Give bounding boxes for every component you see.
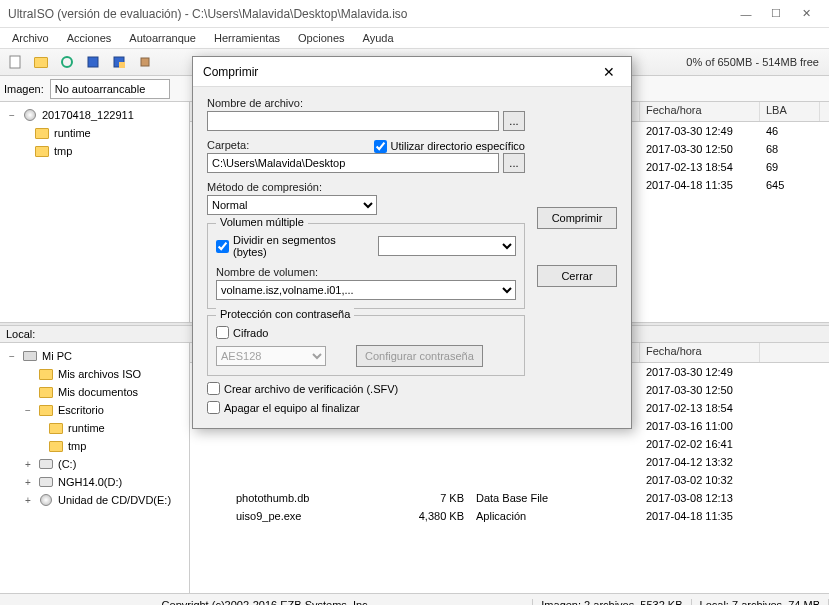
menu-herramientas[interactable]: Herramientas: [206, 30, 288, 46]
folder-icon: [48, 439, 64, 453]
method-select[interactable]: Normal: [207, 195, 377, 215]
col-date[interactable]: Fecha/hora: [640, 343, 760, 362]
tree-item: runtime: [4, 124, 185, 142]
saveas-icon[interactable]: [108, 51, 130, 73]
expand-icon[interactable]: +: [22, 495, 34, 506]
use-specific-checkbox[interactable]: [374, 140, 387, 153]
dialog-title: Comprimir: [203, 65, 597, 79]
svg-rect-0: [10, 56, 20, 68]
computer-icon: [22, 349, 38, 363]
menu-acciones[interactable]: Acciones: [59, 30, 120, 46]
menu-archivo[interactable]: Archivo: [4, 30, 57, 46]
volume-group: Volumen múltiple Dividir en segmentos (b…: [207, 223, 525, 309]
segment-size-select[interactable]: [378, 236, 516, 256]
tree-item: +(C:): [4, 455, 185, 473]
expand-icon[interactable]: +: [22, 459, 34, 470]
create-sfv-checkbox[interactable]: [207, 382, 220, 395]
tree-item: tmp: [4, 437, 185, 455]
copyright: Copyright (c)2002-2016 EZB Systems, Inc.: [0, 599, 533, 606]
collapse-icon[interactable]: −: [6, 110, 18, 121]
svg-rect-2: [88, 57, 98, 67]
svg-rect-4: [119, 62, 125, 68]
list-row[interactable]: photothumb.db7 KBData Base File2017-03-0…: [190, 489, 829, 507]
folder-input[interactable]: [207, 153, 499, 173]
folder-icon: [34, 144, 50, 158]
compress-button[interactable]: Comprimir: [537, 207, 617, 229]
folder-icon: [38, 385, 54, 399]
statusbar: Copyright (c)2002-2016 EZB Systems, Inc.…: [0, 593, 829, 605]
dialog-titlebar[interactable]: Comprimir ✕: [193, 57, 631, 87]
tree-item: tmp: [4, 142, 185, 160]
tree-item: Mis documentos: [4, 383, 185, 401]
boot-combo[interactable]: No autoarrancable: [50, 79, 170, 99]
svg-point-1: [62, 57, 72, 67]
capacity-status: 0% of 650MB - 514MB free: [686, 56, 825, 68]
close-icon[interactable]: ✕: [597, 64, 621, 80]
method-label: Método de compresión:: [207, 181, 525, 193]
tree-root: −Mi PC: [4, 347, 185, 365]
local-tree[interactable]: −Mi PC Mis archivos ISO Mis documentos −…: [0, 343, 190, 593]
list-row[interactable]: 2017-03-02 10:32: [190, 471, 829, 489]
cd-icon: [22, 108, 38, 122]
maximize-button[interactable]: ☐: [761, 4, 791, 24]
minimize-button[interactable]: —: [731, 4, 761, 24]
new-icon[interactable]: [4, 51, 26, 73]
folder-icon: [38, 367, 54, 381]
open-icon[interactable]: [30, 51, 52, 73]
close-button[interactable]: ✕: [791, 4, 821, 24]
status-local: Local: 7 archivos, 74 MB: [692, 599, 829, 606]
encrypt-checkbox[interactable]: [216, 326, 229, 339]
list-row[interactable]: 2017-04-12 13:32: [190, 453, 829, 471]
collapse-icon[interactable]: −: [22, 405, 34, 416]
titlebar: UltraISO (versión de evaluación) - C:\Us…: [0, 0, 829, 28]
drive-icon: [38, 457, 54, 471]
browse-folder-button[interactable]: ...: [503, 153, 525, 173]
tree-item: −Escritorio: [4, 401, 185, 419]
protection-group: Protección con contraseña Cifrado AES128…: [207, 315, 525, 376]
save-icon[interactable]: [82, 51, 104, 73]
folder-icon: [34, 126, 50, 140]
menu-opciones[interactable]: Opciones: [290, 30, 352, 46]
status-image: Imagen: 2 archivos, 5532 KB: [533, 599, 691, 606]
split-checkbox[interactable]: [216, 240, 229, 253]
folder-icon: [48, 421, 64, 435]
folder-label: Carpeta:: [207, 139, 249, 151]
cd-icon: [38, 493, 54, 507]
config-password-button: Configurar contraseña: [356, 345, 483, 367]
image-label: Imagen:: [4, 83, 44, 95]
compress-icon[interactable]: [134, 51, 156, 73]
tree-item: runtime: [4, 419, 185, 437]
tree-item: +NGH14.0(D:): [4, 473, 185, 491]
compress-dialog: Comprimir ✕ Nombre de archivo: ... Carpe…: [192, 56, 632, 429]
col-date[interactable]: Fecha/hora: [640, 102, 760, 121]
menu-autoarranque[interactable]: Autoarranque: [121, 30, 204, 46]
menu-ayuda[interactable]: Ayuda: [355, 30, 402, 46]
col-lba[interactable]: LBA: [760, 102, 820, 121]
folder-icon: [38, 403, 54, 417]
drive-icon: [38, 475, 54, 489]
svg-rect-5: [141, 58, 149, 66]
browse-file-button[interactable]: ...: [503, 111, 525, 131]
shutdown-checkbox[interactable]: [207, 401, 220, 414]
image-tree[interactable]: −20170418_122911 runtime tmp: [0, 102, 190, 322]
volname-select[interactable]: volname.isz,volname.i01,...: [216, 280, 516, 300]
expand-icon[interactable]: +: [22, 477, 34, 488]
window-title: UltraISO (versión de evaluación) - C:\Us…: [8, 7, 731, 21]
cancel-button[interactable]: Cerrar: [537, 265, 617, 287]
tree-item: Mis archivos ISO: [4, 365, 185, 383]
volname-label: Nombre de volumen:: [216, 266, 516, 278]
encrypt-method-select: AES128: [216, 346, 326, 366]
menubar: Archivo Acciones Autoarranque Herramient…: [0, 28, 829, 48]
list-row[interactable]: uiso9_pe.exe4,380 KBAplicación2017-04-18…: [190, 507, 829, 525]
list-row[interactable]: 2017-02-02 16:41: [190, 435, 829, 453]
filename-label: Nombre de archivo:: [207, 97, 525, 109]
tree-root: −20170418_122911: [4, 106, 185, 124]
refresh-icon[interactable]: [56, 51, 78, 73]
tree-item: +Unidad de CD/DVD(E:): [4, 491, 185, 509]
filename-input[interactable]: [207, 111, 499, 131]
